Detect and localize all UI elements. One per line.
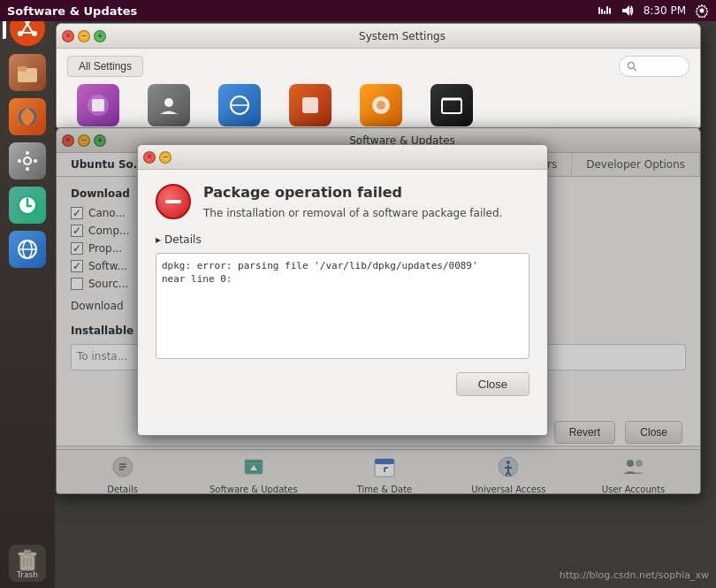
error-dialog-message: The installation or removal of a softwar…: [203, 206, 502, 221]
watermark: http://blog.csdn.net/sophia_xw: [560, 569, 709, 581]
volume-icon: [621, 4, 635, 18]
panel-right: 8:30 PM: [598, 4, 709, 18]
details-toggle-label: Details: [164, 233, 202, 246]
svg-point-33: [164, 98, 173, 107]
settings-search-box[interactable]: [619, 56, 689, 77]
panel-app-title: Software & Updates: [7, 4, 137, 18]
error-dialog-close-button[interactable]: Close: [456, 372, 529, 396]
system-settings-close-btn[interactable]: ✕: [62, 30, 74, 42]
svg-point-38: [377, 101, 385, 110]
error-text-area: Package operation failed The installatio…: [203, 184, 502, 221]
launcher-icon-browser[interactable]: [6, 228, 49, 271]
top-panel: Software & Updates 8:30 PM: [0, 0, 716, 21]
grid-item[interactable]: [209, 84, 270, 129]
svg-rect-12: [18, 66, 27, 72]
error-dialog-header: Package operation failed The installatio…: [156, 184, 529, 221]
settings-toolbar: All Settings: [67, 56, 689, 77]
error-dialog-footer: Close: [156, 372, 529, 396]
system-settings-window: ✕ − + System Settings All Settings: [56, 23, 701, 129]
details-toggle[interactable]: ▸ Details: [156, 233, 529, 246]
svg-point-15: [26, 151, 29, 155]
settings-icon-grid: [67, 84, 689, 129]
panel-time: 8:30 PM: [644, 4, 686, 17]
svg-rect-32: [92, 99, 104, 111]
svg-rect-4: [609, 8, 611, 14]
svg-point-6: [700, 9, 705, 13]
error-dialog-title: Package operation failed: [203, 184, 502, 201]
svg-point-17: [18, 159, 21, 163]
svg-rect-0: [598, 7, 600, 14]
launcher-icon-updater[interactable]: [6, 184, 49, 226]
all-settings-button[interactable]: All Settings: [67, 56, 143, 77]
error-dialog-body: Package operation failed The installatio…: [138, 170, 547, 410]
launcher: Trash: [0, 0, 55, 588]
svg-rect-40: [442, 97, 461, 101]
svg-line-30: [634, 68, 636, 71]
svg-point-16: [26, 167, 29, 171]
system-settings-title: System Settings: [110, 30, 695, 42]
svg-marker-5: [622, 5, 629, 16]
search-icon: [627, 61, 637, 72]
svg-point-18: [34, 159, 37, 163]
svg-rect-2: [604, 11, 606, 14]
error-dialog-close-btn[interactable]: ✕: [143, 151, 156, 164]
svg-rect-1: [601, 9, 603, 14]
details-textarea[interactable]: dpkg: error: parsing file '/var/lib/dpkg…: [156, 253, 529, 359]
desktop: Software & Updates 8:30 PM: [0, 0, 716, 588]
error-dialog-min-btn[interactable]: −: [159, 151, 171, 164]
error-icon: [156, 184, 191, 219]
svg-point-29: [628, 63, 635, 69]
svg-rect-39: [442, 99, 461, 113]
svg-point-14: [24, 157, 31, 164]
grid-item[interactable]: [350, 84, 412, 129]
panel-settings-icon[interactable]: [695, 4, 709, 18]
svg-rect-25: [24, 550, 31, 554]
system-settings-titlebar: ✕ − + System Settings: [57, 24, 700, 49]
grid-item[interactable]: [138, 84, 200, 129]
system-settings-min-btn[interactable]: −: [78, 30, 90, 42]
panel-left: Software & Updates: [7, 4, 137, 18]
svg-rect-3: [606, 6, 608, 14]
launcher-icon-firefox[interactable]: [6, 95, 49, 138]
launcher-icon-settings[interactable]: [6, 140, 49, 182]
system-settings-max-btn[interactable]: +: [94, 30, 106, 42]
launcher-icon-files[interactable]: [6, 51, 49, 94]
svg-rect-36: [302, 97, 318, 113]
network-icon: [598, 4, 612, 18]
grid-item[interactable]: [421, 84, 483, 129]
error-dialog-titlebar: ✕ −: [138, 145, 547, 170]
error-dialog: ✕ − Package operation failed The install…: [137, 144, 548, 436]
details-toggle-arrow: ▸: [156, 233, 161, 246]
launcher-icon-trash[interactable]: Trash: [6, 542, 49, 584]
system-settings-body: All Settings: [57, 49, 700, 129]
grid-item[interactable]: [67, 84, 129, 129]
grid-item[interactable]: [279, 84, 341, 129]
